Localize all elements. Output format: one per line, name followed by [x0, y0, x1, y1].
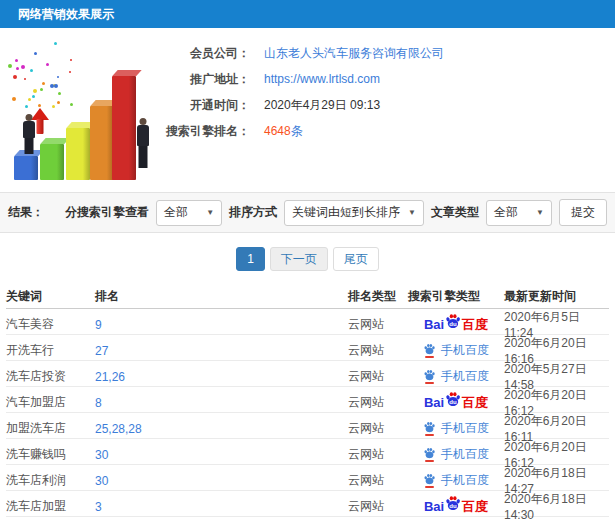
confetti-dot	[42, 82, 45, 85]
svg-text:du: du	[449, 399, 457, 405]
baidu-mobile-logo: 手机百度	[423, 446, 489, 463]
article-type-select-value: 全部	[494, 204, 518, 221]
submit-button[interactable]: 提交	[559, 199, 607, 226]
rank-cell: 8	[95, 396, 348, 410]
company-label: 会员公司：	[160, 45, 250, 62]
rank-link[interactable]: 3	[95, 500, 102, 514]
caret-down-icon: ▼	[536, 208, 544, 217]
engine-select[interactable]: 全部 ▼	[156, 200, 222, 226]
engine-rank-label: 搜索引擎排名：	[160, 123, 250, 140]
confetti-dot	[15, 59, 18, 62]
svg-text:du: du	[449, 503, 457, 509]
rank-link[interactable]: 25,28,28	[95, 422, 142, 436]
baidu-paw-icon: du	[445, 317, 461, 332]
table-row: 洗车赚钱吗30云网站手机百度2020年6月20日 16:12	[6, 439, 609, 465]
engine-type-cell: Baidu百度	[408, 394, 504, 412]
rank-unit: 条	[291, 124, 303, 138]
rank-cell: 9	[95, 318, 348, 332]
confetti-dot	[40, 88, 43, 91]
baidu-logo: Baidu百度	[424, 498, 488, 516]
engine-type-cell: 手机百度	[408, 342, 504, 359]
confetti-dot	[21, 65, 25, 69]
keyword-cell: 洗车店加盟	[6, 498, 95, 515]
open-time-row: 开通时间： 2020年4月29日 09:13	[160, 92, 444, 118]
col-keyword: 关键词	[6, 288, 95, 305]
confetti-dot	[57, 101, 60, 104]
col-rank: 排名	[95, 288, 348, 305]
confetti-dot	[54, 42, 57, 45]
baidu-mobile-paw-icon	[423, 473, 436, 488]
baidu-paw-icon: du	[445, 499, 461, 514]
rank-link[interactable]: 8	[95, 396, 102, 410]
app-header: 网络营销效果展示	[0, 0, 615, 28]
baidu-logo: Baidu百度	[424, 394, 488, 412]
rank-link[interactable]: 30	[95, 474, 108, 488]
keyword-cell: 加盟洗车店	[6, 420, 95, 437]
keyword-cell: 汽车美容	[6, 316, 95, 333]
page-title: 网络营销效果展示	[18, 7, 114, 21]
engine-filter-label: 分搜索引擎查看	[65, 204, 149, 221]
confetti-dot	[8, 64, 12, 68]
rank-cell: 21,26	[95, 370, 348, 384]
article-type-select[interactable]: 全部 ▼	[486, 200, 552, 226]
filter-bar: 结果： 分搜索引擎查看 全部 ▼ 排序方式 关键词由短到长排序 ▼ 文章类型 全…	[0, 192, 615, 233]
table-header-row: 关键词 排名 排名类型 搜索引擎类型 最新更新时间	[6, 285, 609, 309]
baidu-mobile-logo: 手机百度	[423, 420, 489, 437]
engine-type-cell: 手机百度	[408, 420, 504, 437]
confetti-dot	[69, 71, 71, 73]
article-type-label: 文章类型	[431, 204, 479, 221]
rank-cell: 3	[95, 500, 348, 514]
rank-link[interactable]: 9	[95, 318, 102, 332]
promo-url-link[interactable]: https://www.lrtlsd.com	[264, 72, 380, 86]
engine-type-cell: Baidu百度	[408, 498, 504, 516]
rank-cell: 30	[95, 448, 348, 462]
businessman-figure	[136, 118, 150, 168]
table-row: 汽车美容9云网站Baidu百度2020年6月5日 11:24	[6, 309, 609, 335]
sort-select-value: 关键词由短到长排序	[292, 204, 400, 221]
illustration-bar	[90, 106, 114, 180]
keyword-cell: 开洗车行	[6, 342, 95, 359]
engine-select-value: 全部	[164, 204, 188, 221]
rank-type-cell: 云网站	[348, 498, 408, 515]
rank-type-cell: 云网站	[348, 472, 408, 489]
caret-down-icon: ▼	[206, 208, 214, 217]
table-row: 加盟洗车店25,28,28云网站手机百度2020年6月20日 16:11	[6, 413, 609, 439]
rank-type-cell: 云网站	[348, 316, 408, 333]
rank-cell: 25,28,28	[95, 422, 348, 436]
baidu-mobile-paw-icon	[423, 369, 436, 384]
sort-select[interactable]: 关键词由短到长排序 ▼	[284, 200, 424, 226]
confetti-dot	[13, 75, 17, 79]
member-info-rows: 会员公司： 山东老人头汽车服务咨询有限公司 推广地址： https://www.…	[160, 40, 444, 144]
table-row: 洗车店投资21,26云网站手机百度2020年5月27日 14:58	[6, 361, 609, 387]
table-row: 开洗车行27云网站手机百度2020年6月20日 16:16	[6, 335, 609, 361]
confetti-dot	[28, 98, 31, 101]
rank-link[interactable]: 30	[95, 448, 108, 462]
next-page-button[interactable]: 下一页	[270, 247, 328, 271]
rank-cell: 27	[95, 344, 348, 358]
table-row: 洗车店加盟3云网站Baidu百度2020年6月18日 14:30	[6, 491, 609, 517]
engine-rank-row: 搜索引擎排名： 4648条	[160, 118, 444, 144]
illustration-bar	[14, 156, 38, 180]
company-link[interactable]: 山东老人头汽车服务咨询有限公司	[264, 45, 444, 62]
keyword-cell: 洗车店利润	[6, 472, 95, 489]
confetti-dot	[46, 63, 49, 66]
confetti-dot	[50, 84, 54, 88]
rank-link[interactable]: 27	[95, 344, 108, 358]
confetti-dot	[32, 95, 35, 98]
confetti-dot	[70, 59, 72, 61]
baidu-mobile-paw-icon	[423, 447, 436, 462]
last-page-button[interactable]: 尾页	[333, 247, 379, 271]
promo-url-label: 推广地址：	[160, 71, 250, 88]
baidu-mobile-paw-icon	[423, 421, 436, 436]
baidu-mobile-paw-icon	[423, 343, 436, 358]
engine-type-cell: 手机百度	[408, 472, 504, 489]
confetti-dot	[57, 76, 59, 78]
illustration-bar	[112, 76, 136, 180]
baidu-logo: Baidu百度	[424, 316, 488, 334]
sort-label: 排序方式	[229, 204, 277, 221]
rank-link[interactable]: 21,26	[95, 370, 125, 384]
page-1-button[interactable]: 1	[236, 247, 265, 271]
confetti-dot	[16, 67, 19, 70]
confetti-dot	[70, 103, 73, 106]
rank-count: 4648	[264, 124, 291, 138]
